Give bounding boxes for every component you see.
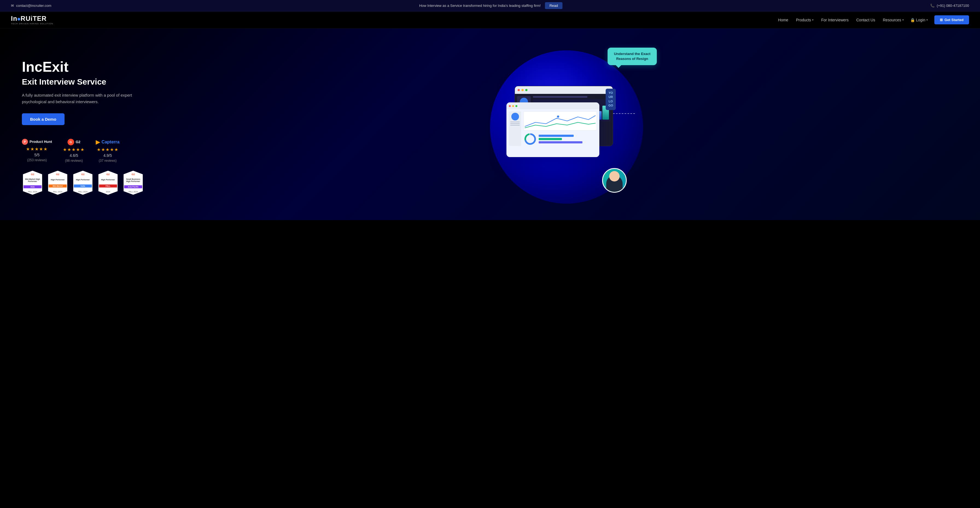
nav-item-interviewers[interactable]: For Interviewers	[821, 18, 848, 22]
hero-title: IncExit	[22, 59, 164, 75]
hero-section: IncExit Exit Interview Service A fully a…	[0, 29, 980, 220]
banner-announcement: How Interview as a Service transformed h…	[51, 2, 930, 9]
logo[interactable]: InRUiTER Tech Driven Hiring Solution	[11, 15, 53, 25]
minimize-dot	[522, 89, 523, 91]
nav-link-products[interactable]: Products ▾	[796, 18, 813, 22]
badge5-strip: Asia Pacific	[124, 185, 142, 188]
badge3-g2: G2	[81, 173, 84, 176]
capterra-brand: ▶ Capterra	[96, 139, 119, 145]
front-line3	[510, 125, 520, 126]
back-title-bar	[533, 96, 587, 98]
login-link[interactable]: 🔒 Login ▾	[910, 18, 928, 22]
front-mini-bars	[539, 135, 597, 144]
person-head	[609, 171, 620, 182]
your-logo-badge: YOURLOGO	[606, 89, 616, 110]
front-sidebar	[509, 112, 521, 146]
nav-link-resources[interactable]: Resources ▾	[883, 18, 904, 22]
top-banner: ✉ contact@incruiter.com How Interview as…	[0, 0, 980, 11]
badge5-year: FALL 2024	[129, 191, 138, 193]
nav-item-home[interactable]: Home	[778, 18, 788, 22]
front-bar-row3	[539, 141, 597, 144]
badge4-category: High Performer	[101, 179, 115, 181]
g2-brand: G G2	[68, 139, 80, 145]
producthunt-reviews: (253 reviews)	[27, 158, 47, 162]
hero-visual: Understand the Exact Reasons of Resign	[164, 50, 969, 204]
g2-score: 4.6/5	[70, 153, 78, 158]
badge1-strip: Asia	[24, 185, 41, 188]
login-chevron-icon: ▾	[926, 18, 928, 21]
line-chart-svg	[525, 113, 595, 129]
g2-stars: ★★★★★	[63, 147, 85, 152]
front-panel-header	[507, 103, 599, 109]
rating-capterra: ▶ Capterra ★★★★★ 4.9/5 (37 reviews)	[96, 139, 119, 163]
callout-bubble: Understand the Exact Reasons of Resign	[608, 48, 657, 65]
banner-email: ✉ contact@incruiter.com	[11, 3, 51, 8]
front-bar-3	[539, 141, 582, 144]
get-started-button[interactable]: ⊞ Get Started	[934, 15, 969, 24]
nav-link-home[interactable]: Home	[778, 18, 788, 22]
producthunt-icon: P	[22, 139, 28, 145]
maximize-dot	[525, 89, 527, 91]
badge-5: G2 Small Business High Performer Asia Pa…	[123, 171, 144, 195]
donut-chart	[523, 132, 537, 146]
front-maximize-dot	[515, 105, 517, 107]
front-avatar	[511, 113, 519, 120]
badge-2: G2 High Performer Mid-Market FALL 2024	[47, 171, 68, 195]
banner-phone: 📞 (+91) 080-47187100	[930, 3, 969, 8]
dashed-arrow-line	[613, 113, 635, 114]
front-bar-1	[539, 135, 574, 137]
badge-3: G2 High Performer India FALL 2024	[72, 171, 94, 195]
book-demo-button[interactable]: Book a Demo	[22, 113, 65, 125]
nav-item-products[interactable]: Products ▾	[796, 18, 813, 22]
badge1-category: Mid-Market High Performer	[24, 178, 41, 183]
front-close-dot	[509, 105, 511, 107]
badge1-g2: G2	[31, 173, 34, 176]
badge-1: G2 Mid-Market High Performer Asia FALL 2…	[22, 171, 43, 195]
hero-circle: Understand the Exact Reasons of Resign	[490, 50, 643, 204]
badge1-year: FALL 2024	[28, 191, 37, 193]
g2-reviews: (98 reviews)	[65, 159, 83, 163]
front-line2	[510, 123, 520, 124]
badge5-g2: G2	[132, 173, 135, 176]
g2-icon: G	[68, 139, 74, 145]
front-bar-2	[539, 138, 562, 140]
dashboard-front-panel	[506, 102, 600, 157]
badge4-strip: FALL	[99, 184, 117, 187]
front-panel-content	[507, 109, 599, 148]
badge2-category: High Performer	[51, 179, 65, 181]
badge2-g2: G2	[56, 173, 59, 176]
capterra-icon: ▶	[96, 139, 100, 145]
badge3-category: High Performer	[76, 179, 90, 181]
nav-link-interviewers[interactable]: For Interviewers	[821, 18, 848, 22]
read-button[interactable]: Read	[545, 2, 562, 9]
badge-4: G2 High Performer FALL 2024	[97, 171, 119, 195]
nav-item-resources[interactable]: Resources ▾	[883, 18, 904, 22]
producthunt-stars: ★★★★★	[26, 147, 48, 152]
front-donut-row	[523, 132, 597, 146]
ratings-row: P Product Hunt ★★★★★ 5/5 (253 reviews) G…	[22, 139, 164, 163]
lock-icon: 🔒	[910, 18, 915, 22]
capterra-stars: ★★★★★	[97, 147, 119, 152]
person-avatar	[602, 168, 627, 193]
hero-description: A fully automated exit interview platfor…	[22, 92, 137, 105]
nav-link-contact[interactable]: Contact Us	[856, 18, 875, 22]
capterra-label: Capterra	[102, 140, 119, 145]
get-started-icon: ⊞	[940, 18, 943, 22]
badges-row: G2 Mid-Market High Performer Asia FALL 2…	[22, 171, 164, 195]
front-line-chart	[523, 112, 597, 131]
nav-item-contact[interactable]: Contact Us	[856, 18, 875, 22]
badge5-category: Small Business High Performer	[124, 178, 142, 183]
badge4-year: 2024	[106, 191, 110, 193]
close-dot	[518, 89, 520, 91]
logo-text: InRUiTER	[11, 15, 47, 22]
producthunt-score: 5/5	[34, 153, 40, 157]
g2-label: G2	[76, 140, 80, 144]
nav-right: Home Products ▾ For Interviewers Contact…	[778, 15, 969, 24]
badge4-g2: G2	[107, 173, 110, 176]
front-minimize-dot	[512, 105, 514, 107]
resources-chevron-icon: ▾	[902, 18, 904, 21]
rating-producthunt: P Product Hunt ★★★★★ 5/5 (253 reviews)	[22, 139, 52, 162]
phone-icon: 📞	[930, 3, 935, 8]
products-chevron-icon: ▾	[812, 18, 813, 21]
navbar: InRUiTER Tech Driven Hiring Solution Hom…	[0, 11, 980, 29]
